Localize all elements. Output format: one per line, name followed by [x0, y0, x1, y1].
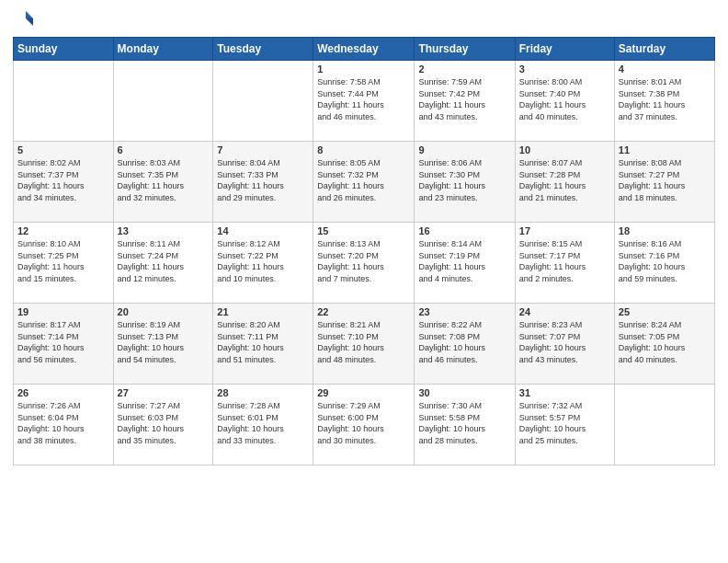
day-number: 20 — [118, 306, 210, 317]
calendar-week-3: 12Sunrise: 8:10 AM Sunset: 7:25 PM Dayli… — [14, 223, 715, 304]
day-number: 17 — [519, 225, 610, 236]
day-info: Sunrise: 8:23 AM Sunset: 7:07 PM Dayligh… — [519, 319, 610, 365]
logo — [13, 9, 35, 29]
day-info: Sunrise: 8:15 AM Sunset: 7:17 PM Dayligh… — [519, 238, 610, 284]
logo-icon — [13, 9, 33, 29]
day-number: 5 — [17, 144, 109, 155]
day-number: 13 — [118, 225, 210, 236]
day-info: Sunrise: 8:10 AM Sunset: 7:25 PM Dayligh… — [17, 238, 109, 284]
day-number: 8 — [317, 144, 410, 155]
day-number: 16 — [418, 225, 510, 236]
day-number: 29 — [317, 387, 410, 398]
calendar-cell: 23Sunrise: 8:22 AM Sunset: 7:08 PM Dayli… — [415, 304, 515, 385]
day-info: Sunrise: 7:29 AM Sunset: 6:00 PM Dayligh… — [317, 400, 410, 446]
day-number: 21 — [217, 306, 309, 317]
day-number: 28 — [217, 387, 309, 398]
day-info: Sunrise: 8:17 AM Sunset: 7:14 PM Dayligh… — [17, 319, 109, 365]
day-info: Sunrise: 7:27 AM Sunset: 6:03 PM Dayligh… — [118, 400, 210, 446]
calendar-cell: 26Sunrise: 7:26 AM Sunset: 6:04 PM Dayli… — [14, 385, 114, 465]
calendar-cell: 7Sunrise: 8:04 AM Sunset: 7:33 PM Daylig… — [213, 142, 313, 223]
calendar-cell: 15Sunrise: 8:13 AM Sunset: 7:20 PM Dayli… — [313, 223, 415, 304]
day-info: Sunrise: 7:30 AM Sunset: 5:58 PM Dayligh… — [418, 400, 510, 446]
day-info: Sunrise: 7:58 AM Sunset: 7:44 PM Dayligh… — [317, 76, 410, 122]
day-info: Sunrise: 8:11 AM Sunset: 7:24 PM Dayligh… — [118, 238, 210, 284]
day-info: Sunrise: 8:13 AM Sunset: 7:20 PM Dayligh… — [317, 238, 410, 284]
weekday-header-row: SundayMondayTuesdayWednesdayThursdayFrid… — [14, 38, 715, 61]
day-info: Sunrise: 8:22 AM Sunset: 7:08 PM Dayligh… — [418, 319, 510, 365]
calendar-cell: 20Sunrise: 8:19 AM Sunset: 7:13 PM Dayli… — [113, 304, 213, 385]
calendar-cell: 2Sunrise: 7:59 AM Sunset: 7:42 PM Daylig… — [415, 61, 515, 142]
day-number: 3 — [519, 63, 610, 75]
calendar-cell: 29Sunrise: 7:29 AM Sunset: 6:00 PM Dayli… — [313, 385, 415, 465]
calendar-cell: 11Sunrise: 8:08 AM Sunset: 7:27 PM Dayli… — [614, 142, 714, 223]
calendar-table: SundayMondayTuesdayWednesdayThursdayFrid… — [13, 37, 715, 465]
day-info: Sunrise: 8:01 AM Sunset: 7:38 PM Dayligh… — [619, 76, 711, 122]
calendar-cell: 8Sunrise: 8:05 AM Sunset: 7:32 PM Daylig… — [313, 142, 415, 223]
calendar-cell: 28Sunrise: 7:28 AM Sunset: 6:01 PM Dayli… — [213, 385, 313, 465]
page-container: SundayMondayTuesdayWednesdayThursdayFrid… — [0, 0, 728, 563]
calendar-cell: 9Sunrise: 8:06 AM Sunset: 7:30 PM Daylig… — [415, 142, 515, 223]
weekday-thursday: Thursday — [415, 38, 515, 61]
calendar-cell: 6Sunrise: 8:03 AM Sunset: 7:35 PM Daylig… — [113, 142, 213, 223]
calendar-cell: 31Sunrise: 7:32 AM Sunset: 5:57 PM Dayli… — [515, 385, 614, 465]
calendar-cell: 16Sunrise: 8:14 AM Sunset: 7:19 PM Dayli… — [415, 223, 515, 304]
day-number: 24 — [519, 306, 610, 317]
day-number: 12 — [17, 225, 109, 236]
day-number: 19 — [17, 306, 109, 317]
calendar-cell — [614, 385, 714, 465]
day-info: Sunrise: 8:00 AM Sunset: 7:40 PM Dayligh… — [519, 76, 610, 122]
day-info: Sunrise: 8:20 AM Sunset: 7:11 PM Dayligh… — [217, 319, 309, 365]
weekday-wednesday: Wednesday — [313, 38, 415, 61]
calendar-cell: 25Sunrise: 8:24 AM Sunset: 7:05 PM Dayli… — [614, 304, 714, 385]
day-info: Sunrise: 8:16 AM Sunset: 7:16 PM Dayligh… — [619, 238, 711, 284]
day-info: Sunrise: 8:21 AM Sunset: 7:10 PM Dayligh… — [317, 319, 410, 365]
day-number: 4 — [619, 63, 711, 75]
day-number: 10 — [519, 144, 610, 155]
calendar-cell: 3Sunrise: 8:00 AM Sunset: 7:40 PM Daylig… — [515, 61, 614, 142]
weekday-tuesday: Tuesday — [213, 38, 313, 61]
calendar-cell — [213, 61, 313, 142]
header — [13, 9, 715, 29]
day-info: Sunrise: 8:14 AM Sunset: 7:19 PM Dayligh… — [418, 238, 510, 284]
day-info: Sunrise: 7:28 AM Sunset: 6:01 PM Dayligh… — [217, 400, 309, 446]
day-number: 11 — [619, 144, 711, 155]
weekday-friday: Friday — [515, 38, 614, 61]
calendar-cell: 24Sunrise: 8:23 AM Sunset: 7:07 PM Dayli… — [515, 304, 614, 385]
day-number: 2 — [418, 63, 510, 75]
day-number: 18 — [619, 225, 711, 236]
day-info: Sunrise: 7:26 AM Sunset: 6:04 PM Dayligh… — [17, 400, 109, 446]
day-info: Sunrise: 7:59 AM Sunset: 7:42 PM Dayligh… — [418, 76, 510, 122]
calendar-cell: 10Sunrise: 8:07 AM Sunset: 7:28 PM Dayli… — [515, 142, 614, 223]
calendar-week-4: 19Sunrise: 8:17 AM Sunset: 7:14 PM Dayli… — [14, 304, 715, 385]
day-info: Sunrise: 8:07 AM Sunset: 7:28 PM Dayligh… — [519, 157, 610, 203]
day-number: 14 — [217, 225, 309, 236]
day-info: Sunrise: 8:04 AM Sunset: 7:33 PM Dayligh… — [217, 157, 309, 203]
day-number: 1 — [317, 63, 410, 75]
day-info: Sunrise: 8:02 AM Sunset: 7:37 PM Dayligh… — [17, 157, 109, 203]
day-number: 22 — [317, 306, 410, 317]
weekday-monday: Monday — [113, 38, 213, 61]
day-info: Sunrise: 8:03 AM Sunset: 7:35 PM Dayligh… — [118, 157, 210, 203]
day-number: 31 — [519, 387, 610, 398]
calendar-cell: 12Sunrise: 8:10 AM Sunset: 7:25 PM Dayli… — [14, 223, 114, 304]
calendar-cell: 22Sunrise: 8:21 AM Sunset: 7:10 PM Dayli… — [313, 304, 415, 385]
calendar-cell: 13Sunrise: 8:11 AM Sunset: 7:24 PM Dayli… — [113, 223, 213, 304]
calendar-cell: 5Sunrise: 8:02 AM Sunset: 7:37 PM Daylig… — [14, 142, 114, 223]
day-number: 25 — [619, 306, 711, 317]
day-info: Sunrise: 8:06 AM Sunset: 7:30 PM Dayligh… — [418, 157, 510, 203]
day-number: 30 — [418, 387, 510, 398]
calendar-cell: 21Sunrise: 8:20 AM Sunset: 7:11 PM Dayli… — [213, 304, 313, 385]
calendar-cell: 27Sunrise: 7:27 AM Sunset: 6:03 PM Dayli… — [113, 385, 213, 465]
day-number: 26 — [17, 387, 109, 398]
day-info: Sunrise: 8:12 AM Sunset: 7:22 PM Dayligh… — [217, 238, 309, 284]
day-info: Sunrise: 8:24 AM Sunset: 7:05 PM Dayligh… — [619, 319, 711, 365]
weekday-saturday: Saturday — [614, 38, 714, 61]
day-info: Sunrise: 8:05 AM Sunset: 7:32 PM Dayligh… — [317, 157, 410, 203]
day-number: 6 — [118, 144, 210, 155]
calendar-cell: 17Sunrise: 8:15 AM Sunset: 7:17 PM Dayli… — [515, 223, 614, 304]
day-info: Sunrise: 8:19 AM Sunset: 7:13 PM Dayligh… — [118, 319, 210, 365]
day-info: Sunrise: 8:08 AM Sunset: 7:27 PM Dayligh… — [619, 157, 711, 203]
svg-marker-1 — [26, 18, 33, 26]
calendar-cell: 4Sunrise: 8:01 AM Sunset: 7:38 PM Daylig… — [614, 61, 714, 142]
day-number: 27 — [118, 387, 210, 398]
